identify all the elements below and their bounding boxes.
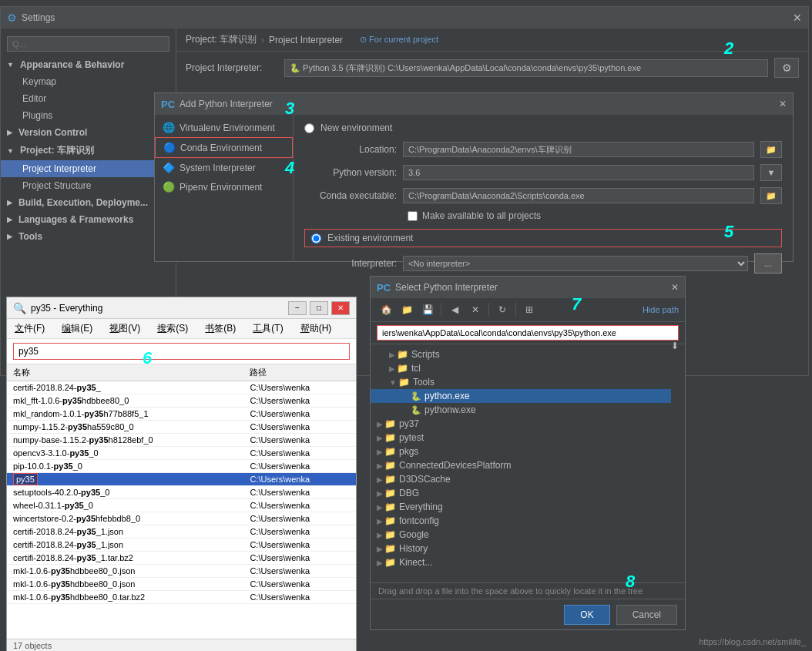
menu-help[interactable]: 帮助(H) <box>297 320 335 337</box>
tree-item[interactable]: ▶📁tcl <box>371 361 671 375</box>
everything-minimize-btn[interactable]: − <box>288 301 307 315</box>
settings-close-button[interactable]: ✕ <box>793 12 802 24</box>
env-item-pipenv[interactable]: 🟢 Pipenv Environment <box>155 177 293 196</box>
tree-item[interactable]: ▶📁ConnectedDevicesPlatform <box>371 458 671 472</box>
location-label: Location: <box>304 144 397 155</box>
menu-file[interactable]: 文件(F) <box>12 320 48 337</box>
conda-exe-browse[interactable]: 📁 <box>760 187 782 204</box>
location-input[interactable] <box>403 142 754 157</box>
sidebar-item-project-structure[interactable]: Project Structure <box>1 177 176 194</box>
menu-tools[interactable]: 工具(T) <box>250 320 286 337</box>
table-row[interactable]: certifi-2018.8.24-py35_1.tar.bz2C:\Users… <box>7 552 356 565</box>
table-row[interactable]: mkl_fft-1.0.6-py35hdbbee80_0C:\Users\wen… <box>7 394 356 408</box>
table-row[interactable]: wincertstore-0.2-py35hfebbdb8_0C:\Users\… <box>7 512 356 525</box>
table-row[interactable]: numpy-1.15.2-py35ha559c80_0C:\Users\wenk… <box>7 421 356 434</box>
tree-item[interactable]: ▼📁Tools <box>371 375 671 389</box>
watermark: https://blog.csdn.net/smilife_ <box>699 637 806 646</box>
make-available-checkbox[interactable] <box>408 211 418 221</box>
tree-item[interactable]: ▶📁D3DSCache <box>371 472 671 486</box>
download-icon[interactable]: ⬇ <box>671 341 679 351</box>
sidebar-item-project-interpreter[interactable]: Project Interpreter <box>1 160 176 177</box>
tree-item[interactable]: ▶📁Everything <box>371 500 671 514</box>
table-row[interactable]: py35C:\Users\wenka <box>7 473 356 486</box>
everything-close-btn[interactable]: ✕ <box>331 301 350 315</box>
sidebar-search-input[interactable] <box>7 36 169 52</box>
menu-search[interactable]: 搜索(S) <box>154 320 191 337</box>
table-row[interactable]: opencv3-3.1.0-py35_0C:\Users\wenka <box>7 447 356 460</box>
interpreter-row: Project Interpreter: 🐍 Python 3.5 (车牌识别)… <box>176 52 808 84</box>
python-version-input[interactable] <box>403 165 754 180</box>
hide-path-btn[interactable]: Hide path <box>643 305 679 314</box>
table-row[interactable]: certifi-2018.8.24-py35_1.jsonC:\Users\we… <box>7 539 356 552</box>
select-cancel-btn[interactable]: Cancel <box>616 605 677 625</box>
table-row[interactable]: mkl-1.0.6-py35hdbbee80_0.jsonC:\Users\we… <box>7 565 356 578</box>
gear-button[interactable]: ⚙ <box>774 58 799 78</box>
everything-maximize-btn[interactable]: □ <box>310 301 328 315</box>
conda-exe-input[interactable] <box>403 188 754 203</box>
menu-bookmark[interactable]: 书签(B) <box>202 320 239 337</box>
table-row[interactable]: mkl_random-1.0.1-py35h77b88f5_1C:\Users\… <box>7 408 356 421</box>
select-ok-btn[interactable]: OK <box>564 605 609 625</box>
tree-item[interactable]: ▶📁Google <box>371 528 671 542</box>
everything-app-icon: 🔍 <box>13 302 26 314</box>
table-row[interactable]: certifi-2018.8.24-py35_C:\Users\wenka <box>7 381 356 394</box>
tree-item[interactable]: ▶📁pkgs <box>371 445 671 458</box>
existing-env-label: Existing environment <box>327 233 413 243</box>
sidebar-item-editor[interactable]: Editor <box>1 90 176 107</box>
tb-back-btn[interactable]: ◀ <box>445 301 464 318</box>
interpreter-dots-btn[interactable]: ... <box>754 253 782 273</box>
existing-env-radio[interactable] <box>311 233 321 243</box>
new-env-radio[interactable] <box>304 123 314 133</box>
tree-item[interactable]: ▶📁fontconfig <box>371 514 671 528</box>
table-row[interactable]: pip-10.0.1-py35_0C:\Users\wenka <box>7 460 356 473</box>
table-row[interactable]: certifi-2018.8.24-py35_1.jsonC:\Users\we… <box>7 525 356 539</box>
env-item-conda[interactable]: 🔵 Conda Environment <box>155 137 293 158</box>
tree-item[interactable]: 🐍pythonw.exe <box>371 403 671 417</box>
tb-folder-btn[interactable]: 📁 <box>398 301 416 318</box>
tree-item[interactable]: ▶📁pytest <box>371 431 671 445</box>
add-interpreter-titlebar: PC Add Python Interpreter ✕ <box>155 93 793 115</box>
table-row[interactable]: mkl-1.0.6-py35hdbbee80_0.jsonC:\Users\we… <box>7 578 356 591</box>
tree-item[interactable]: ▶📁Scripts <box>371 347 671 361</box>
table-row[interactable]: numpy-base-1.15.2-py35h8128ebf_0C:\Users… <box>7 434 356 447</box>
tree-item[interactable]: ▶📁DBG <box>371 486 671 500</box>
breadcrumb-link[interactable]: ⊙ For current project <box>360 35 438 45</box>
tree-item-label: History <box>399 543 428 554</box>
select-interpreter-title: Select Python Interpreter <box>395 282 498 293</box>
sidebar-item-plugins[interactable]: Plugins <box>1 107 176 124</box>
tree-item[interactable]: ▶📁History <box>371 542 671 555</box>
path-input[interactable] <box>377 325 679 341</box>
sidebar-item-project[interactable]: Project: 车牌识别 <box>1 141 176 160</box>
tree-item[interactable]: 🐍python.exe <box>371 389 671 403</box>
everything-search-input[interactable] <box>13 343 350 360</box>
sidebar-item-build[interactable]: Build, Execution, Deployme... <box>1 194 176 211</box>
table-row[interactable]: setuptools-40.2.0-py35_0C:\Users\wenka <box>7 486 356 499</box>
location-browse-btn[interactable]: 📁 <box>760 141 782 158</box>
tree-item[interactable]: ▶📁py37 <box>371 417 671 431</box>
add-interpreter-close[interactable]: ✕ <box>779 99 787 109</box>
tree-item-label: ConnectedDevicesPlatform <box>399 460 511 471</box>
sidebar-item-keymap[interactable]: Keymap <box>1 73 176 90</box>
table-row[interactable]: wheel-0.31.1-py35_0C:\Users\wenka <box>7 499 356 512</box>
tb-disk-btn[interactable]: 💾 <box>418 301 437 318</box>
tb-home-btn[interactable]: 🏠 <box>377 301 395 318</box>
select-interpreter-close[interactable]: ✕ <box>671 282 679 293</box>
menu-view[interactable]: 视图(V) <box>106 320 143 337</box>
everything-window: 🔍 py35 - Everything − □ ✕ 文件(F) 编辑(E) 视图… <box>6 297 357 651</box>
new-env-row: New environment <box>304 122 782 133</box>
sidebar-item-tools[interactable]: Tools <box>1 228 176 245</box>
tb-close-btn[interactable]: ✕ <box>466 301 485 318</box>
menu-edit[interactable]: 编辑(E) <box>59 320 96 337</box>
sidebar-item-appearance-behavior[interactable]: Appearance & Behavior <box>1 56 176 73</box>
sidebar-item-version-control[interactable]: Version Control <box>1 124 176 141</box>
select-dialog-buttons: OK Cancel <box>371 599 685 629</box>
python-version-dropdown[interactable]: ▼ <box>760 164 782 181</box>
table-row[interactable]: mkl-1.0.6-py35hdbbee80_0.tar.bz2C:\Users… <box>7 591 356 604</box>
interpreter-select[interactable]: <No interpreter> <box>403 256 748 271</box>
sidebar-item-languages[interactable]: Languages & Frameworks <box>1 211 176 228</box>
tb-copy-btn[interactable]: ⊞ <box>520 301 539 318</box>
env-item-virtualenv[interactable]: 🌐 Virtualenv Environment <box>155 118 293 137</box>
env-item-system[interactable]: 🔷 System Interpreter <box>155 158 293 177</box>
tb-refresh-btn[interactable]: ↻ <box>493 301 512 318</box>
tree-item[interactable]: ▶📁Kinect... <box>371 555 671 569</box>
